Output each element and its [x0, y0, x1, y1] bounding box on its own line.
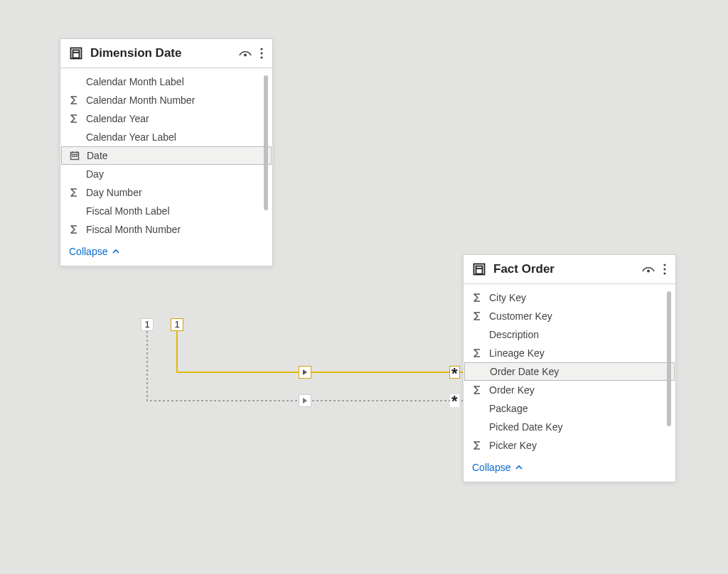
- field-label: Fiscal Month Number: [86, 224, 181, 235]
- card-title: Dimension Date: [90, 46, 231, 60]
- sigma-icon: [68, 95, 80, 105]
- svg-point-3: [244, 54, 247, 57]
- field-label: Customer Key: [489, 310, 552, 322]
- sigma-icon: [471, 348, 483, 358]
- svg-rect-11: [72, 156, 73, 157]
- field-label: Order Key: [489, 384, 535, 396]
- field-label: Date: [87, 150, 108, 161]
- svg-point-4: [260, 48, 262, 50]
- field-item[interactable]: Lineage Key: [464, 344, 675, 362]
- calendar-icon: [68, 151, 81, 161]
- field-label: Picked Date Key: [489, 421, 563, 433]
- rel-active-to: *: [449, 366, 460, 379]
- field-item[interactable]: Package: [464, 399, 675, 418]
- field-item[interactable]: Date: [61, 146, 272, 165]
- svg-point-6: [260, 56, 262, 58]
- field-item[interactable]: Order Key: [464, 381, 675, 399]
- sigma-icon: [471, 440, 483, 450]
- field-label: Package: [489, 403, 528, 414]
- rel-inactive-direction: [299, 394, 311, 407]
- visibility-icon[interactable]: [238, 47, 252, 60]
- field-item[interactable]: City Key: [464, 288, 675, 307]
- svg-point-17: [647, 270, 650, 273]
- field-label: Calendar Month Label: [86, 76, 184, 87]
- svg-rect-13: [76, 156, 77, 157]
- rel-inactive-to: *: [450, 394, 459, 407]
- svg-rect-1: [73, 50, 80, 58]
- field-item[interactable]: Calendar Month Label: [60, 72, 272, 91]
- field-label: Picker Key: [489, 440, 537, 451]
- table-card-fact-order[interactable]: Fact Order City KeyCustomer KeyDescripti…: [463, 254, 676, 482]
- rel-active-from: 1: [171, 318, 183, 331]
- svg-point-20: [663, 272, 665, 274]
- collapse-button[interactable]: Collapse: [464, 456, 675, 482]
- svg-point-5: [260, 52, 262, 54]
- field-label: Order Date Key: [490, 366, 559, 377]
- field-item[interactable]: Fiscal Month Label: [60, 202, 272, 220]
- field-label: Calendar Year Label: [86, 131, 176, 143]
- field-label: City Key: [489, 292, 526, 303]
- field-label: Calendar Month Number: [86, 94, 195, 106]
- table-card-dimension-date[interactable]: Dimension Date Calendar Month LabelCalen…: [60, 38, 273, 266]
- field-item[interactable]: Calendar Year: [60, 109, 272, 128]
- field-item[interactable]: Fiscal Month Number: [60, 220, 272, 239]
- field-item[interactable]: Customer Key: [464, 307, 675, 325]
- chevron-up-icon: [515, 463, 523, 472]
- field-item[interactable]: Picked Date Key: [464, 418, 675, 436]
- field-item[interactable]: Calendar Year Label: [60, 128, 272, 146]
- field-label: Lineage Key: [489, 347, 545, 359]
- field-item[interactable]: Order Date Key: [464, 362, 675, 381]
- sigma-icon: [471, 293, 483, 303]
- collapse-button[interactable]: Collapse: [60, 240, 272, 266]
- field-list: Calendar Month LabelCalendar Month Numbe…: [60, 68, 272, 240]
- collapse-label: Collapse: [472, 462, 510, 473]
- field-item[interactable]: Description: [464, 325, 675, 344]
- field-item[interactable]: Calendar Month Number: [60, 91, 272, 109]
- field-list-scrollbar[interactable]: [667, 291, 671, 426]
- card-header: Dimension Date: [60, 39, 272, 68]
- field-label: Day Number: [86, 187, 142, 198]
- table-icon: [472, 262, 486, 276]
- rel-inactive-from: 1: [141, 318, 154, 331]
- rel-active-direction: [299, 366, 311, 379]
- sigma-icon: [68, 224, 80, 234]
- chevron-up-icon: [112, 247, 120, 256]
- sigma-icon: [471, 311, 483, 321]
- card-title: Fact Order: [493, 262, 634, 276]
- field-label: Fiscal Month Label: [86, 205, 170, 217]
- field-item[interactable]: Picker Key: [464, 436, 675, 455]
- svg-point-18: [663, 264, 665, 266]
- field-label: Calendar Year: [86, 113, 149, 124]
- collapse-label: Collapse: [69, 246, 107, 257]
- field-label: Day: [86, 168, 104, 180]
- field-list: City KeyCustomer KeyDescriptionLineage K…: [464, 284, 675, 456]
- sigma-icon: [68, 188, 80, 197]
- card-header: Fact Order: [464, 255, 675, 284]
- more-icon[interactable]: [663, 263, 667, 276]
- svg-rect-15: [476, 266, 483, 274]
- field-list-scrollbar[interactable]: [264, 75, 268, 210]
- field-item[interactable]: Day: [60, 165, 272, 183]
- more-icon[interactable]: [259, 47, 264, 60]
- sigma-icon: [68, 114, 80, 124]
- table-icon: [69, 46, 83, 60]
- field-label: Description: [489, 329, 539, 340]
- svg-point-19: [663, 268, 665, 270]
- field-item[interactable]: Day Number: [60, 183, 272, 202]
- svg-rect-12: [74, 156, 75, 157]
- visibility-icon[interactable]: [641, 263, 655, 276]
- sigma-icon: [471, 385, 483, 395]
